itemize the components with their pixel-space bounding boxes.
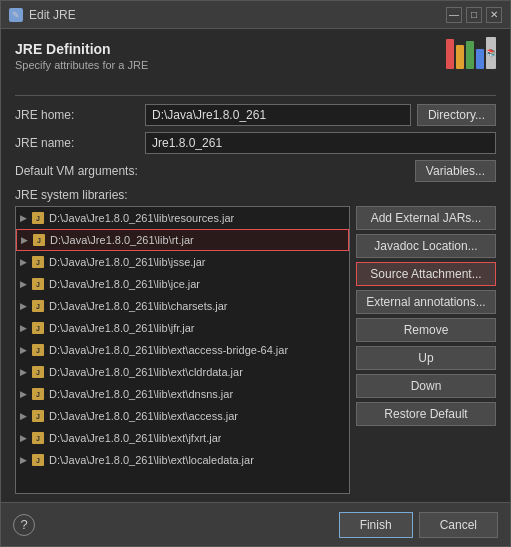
title-bar-controls: — □ ✕ [446,7,502,23]
lib-path: D:\Java\Jre1.8.0_261\lib\ext\access.jar [49,410,238,422]
expand-arrow-icon: ▶ [20,389,27,399]
close-button[interactable]: ✕ [486,7,502,23]
jre-name-row: JRE name: [15,132,496,154]
list-item[interactable]: ▶JD:\Java\Jre1.8.0_261\lib\ext\cldrdata.… [16,361,349,383]
add-external-jars-button[interactable]: Add External JARs... [356,206,496,230]
header-section: JRE Definition Specify attributes for a … [15,41,496,81]
list-item[interactable]: ▶JD:\Java\Jre1.8.0_261\lib\resources.jar [16,207,349,229]
cancel-button[interactable]: Cancel [419,512,498,538]
remove-button[interactable]: Remove [356,318,496,342]
source-attachment-button[interactable]: Source Attachment... [356,262,496,286]
lib-path: D:\Java\Jre1.8.0_261\lib\ext\cldrdata.ja… [49,366,243,378]
list-item[interactable]: ▶JD:\Java\Jre1.8.0_261\lib\rt.jar [16,229,349,251]
expand-arrow-icon: ▶ [20,455,27,465]
jre-home-label: JRE home: [15,108,145,122]
expand-arrow-icon: ▶ [20,213,27,223]
section-subtitle: Specify attributes for a JRE [15,59,496,71]
list-item[interactable]: ▶JD:\Java\Jre1.8.0_261\lib\jfr.jar [16,317,349,339]
window-icon: ✎ [9,8,23,22]
jar-icon: J [31,299,45,313]
libraries-label: JRE system libraries: [15,188,496,202]
list-item[interactable]: ▶JD:\Java\Jre1.8.0_261\lib\ext\access-br… [16,339,349,361]
jre-home-input[interactable] [145,104,411,126]
jar-icon: J [31,343,45,357]
libraries-container: ▶JD:\Java\Jre1.8.0_261\lib\resources.jar… [15,206,496,494]
window-title: Edit JRE [29,8,76,22]
vm-args-row: Default VM arguments: Variables... [15,160,496,182]
lib-path: D:\Java\Jre1.8.0_261\lib\rt.jar [50,234,194,246]
lib-path: D:\Java\Jre1.8.0_261\lib\jce.jar [49,278,200,290]
jar-icon: J [31,409,45,423]
jre-books-icon: 📚 [446,37,496,69]
jar-icon: J [31,255,45,269]
jre-name-input[interactable] [145,132,496,154]
jar-icon: J [32,233,46,247]
jar-icon: J [31,365,45,379]
jar-icon: J [31,453,45,467]
main-content: JRE Definition Specify attributes for a … [1,29,510,502]
finish-button[interactable]: Finish [339,512,413,538]
down-button[interactable]: Down [356,374,496,398]
lib-path: D:\Java\Jre1.8.0_261\lib\charsets.jar [49,300,228,312]
library-list[interactable]: ▶JD:\Java\Jre1.8.0_261\lib\resources.jar… [15,206,350,494]
lib-path: D:\Java\Jre1.8.0_261\lib\jfr.jar [49,322,195,334]
directory-button[interactable]: Directory... [417,104,496,126]
bottom-bar: ? Finish Cancel [1,502,510,546]
expand-arrow-icon: ▶ [20,345,27,355]
list-item[interactable]: ▶JD:\Java\Jre1.8.0_261\lib\ext\access.ja… [16,405,349,427]
expand-arrow-icon: ▶ [20,411,27,421]
jar-icon: J [31,431,45,445]
up-button[interactable]: Up [356,346,496,370]
list-item[interactable]: ▶JD:\Java\Jre1.8.0_261\lib\ext\jfxrt.jar [16,427,349,449]
list-item[interactable]: ▶JD:\Java\Jre1.8.0_261\lib\jsse.jar [16,251,349,273]
expand-arrow-icon: ▶ [20,323,27,333]
section-title: JRE Definition [15,41,496,57]
variables-button[interactable]: Variables... [415,160,496,182]
expand-arrow-icon: ▶ [20,301,27,311]
list-item[interactable]: ▶JD:\Java\Jre1.8.0_261\lib\charsets.jar [16,295,349,317]
jar-icon: J [31,277,45,291]
expand-arrow-icon: ▶ [20,433,27,443]
edit-jre-window: ✎ Edit JRE — □ ✕ JRE Definition Specify … [0,0,511,547]
list-item[interactable]: ▶JD:\Java\Jre1.8.0_261\lib\ext\dnsns.jar [16,383,349,405]
jre-home-row: JRE home: Directory... [15,104,496,126]
button-panel: Add External JARs... Javadoc Location...… [356,206,496,494]
expand-arrow-icon: ▶ [20,367,27,377]
jar-icon: J [31,387,45,401]
expand-arrow-icon: ▶ [20,257,27,267]
restore-default-button[interactable]: Restore Default [356,402,496,426]
bottom-buttons: Finish Cancel [339,512,498,538]
minimize-button[interactable]: — [446,7,462,23]
lib-path: D:\Java\Jre1.8.0_261\lib\jsse.jar [49,256,206,268]
lib-path: D:\Java\Jre1.8.0_261\lib\ext\jfxrt.jar [49,432,221,444]
vm-args-label: Default VM arguments: [15,164,145,178]
javadoc-location-button[interactable]: Javadoc Location... [356,234,496,258]
expand-arrow-icon: ▶ [21,235,28,245]
expand-arrow-icon: ▶ [20,279,27,289]
title-bar: ✎ Edit JRE — □ ✕ [1,1,510,29]
header-separator [15,95,496,96]
lib-path: D:\Java\Jre1.8.0_261\lib\ext\dnsns.jar [49,388,233,400]
maximize-button[interactable]: □ [466,7,482,23]
jre-name-label: JRE name: [15,136,145,150]
external-annotations-button[interactable]: External annotations... [356,290,496,314]
list-item[interactable]: ▶JD:\Java\Jre1.8.0_261\lib\jce.jar [16,273,349,295]
jar-icon: J [31,211,45,225]
title-bar-left: ✎ Edit JRE [9,8,76,22]
list-item[interactable]: ▶JD:\Java\Jre1.8.0_261\lib\ext\localedat… [16,449,349,471]
lib-path: D:\Java\Jre1.8.0_261\lib\ext\access-brid… [49,344,288,356]
jar-icon: J [31,321,45,335]
help-button[interactable]: ? [13,514,35,536]
lib-path: D:\Java\Jre1.8.0_261\lib\resources.jar [49,212,234,224]
lib-path: D:\Java\Jre1.8.0_261\lib\ext\localedata.… [49,454,254,466]
